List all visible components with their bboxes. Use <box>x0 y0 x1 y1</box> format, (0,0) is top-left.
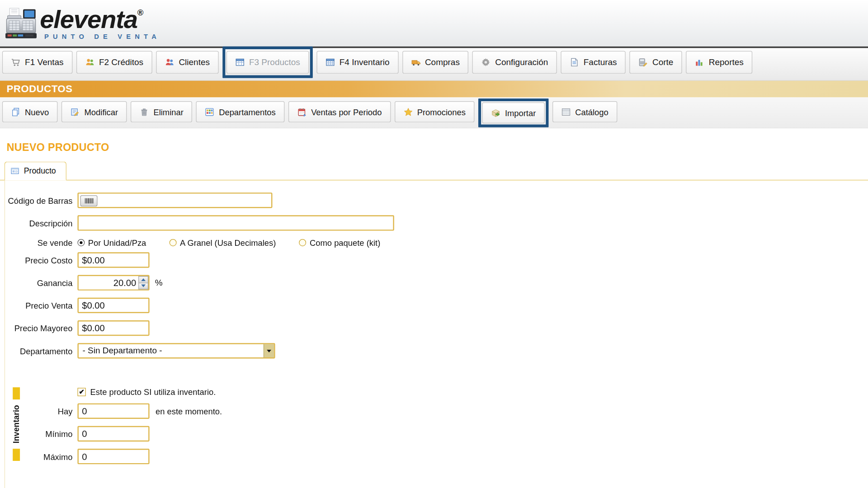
cart-icon <box>11 57 20 67</box>
maximo-row: Máximo <box>7 449 868 464</box>
nav-clientes[interactable]: Clientes <box>156 51 218 74</box>
precio-venta-input[interactable] <box>77 298 149 313</box>
nav-facturas[interactable]: Facturas <box>561 51 626 74</box>
nav-compras[interactable]: Compras <box>402 51 469 74</box>
action-departamentos-button[interactable]: Departamentos <box>196 101 284 122</box>
nav-label: Configuración <box>495 57 548 67</box>
radio-como-paquete[interactable]: Como paquete (kit) <box>299 238 380 248</box>
nav-label: F2 Créditos <box>99 57 143 67</box>
inventario-rail: Inventario <box>12 387 21 461</box>
minimo-row: Mínimo <box>7 426 868 441</box>
content-area: NUEVO PRODUCTO Producto Código de Barras <box>0 128 868 488</box>
inventory-sheet-icon <box>326 57 335 67</box>
codigo-de-barras-input[interactable] <box>77 192 272 208</box>
inventario-checkbox[interactable] <box>77 388 85 396</box>
ganancia-row: Ganancia % <box>7 275 868 291</box>
inventario-rail-square-bottom <box>13 449 20 461</box>
nav-f2-creditos[interactable]: F2 Créditos <box>76 51 152 74</box>
bar-chart-icon <box>695 57 704 67</box>
main-toolbar: F1 Ventas F2 Créditos Clientes <box>0 48 868 81</box>
precio-mayoreo-input[interactable] <box>77 320 149 336</box>
importar-highlight-box: Importar <box>478 99 548 127</box>
descripcion-input[interactable] <box>77 215 394 230</box>
products-table-icon <box>235 57 245 67</box>
precio-costo-input[interactable] <box>77 252 149 267</box>
arrow-up-icon <box>141 278 146 281</box>
inventario-checkbox-label: Este producto SI utiliza inventario. <box>90 387 216 397</box>
cash-register-logo-icon <box>5 7 38 39</box>
radio-icon <box>77 239 85 246</box>
brand-registered-mark: ® <box>137 8 144 17</box>
gear-icon <box>481 57 491 67</box>
ganancia-spinner <box>138 276 148 289</box>
ganancia-spinbox <box>77 275 149 291</box>
action-label: Promociones <box>417 107 466 117</box>
precio-venta-row: Precio Venta <box>7 298 868 313</box>
nav-f1-ventas[interactable]: F1 Ventas <box>2 51 72 74</box>
inventario-rail-square-top <box>13 387 20 399</box>
action-promociones-button[interactable]: Promociones <box>395 101 475 122</box>
inventario-section-label: Inventario <box>12 405 21 443</box>
nav-f3-productos[interactable]: F3 Productos <box>226 51 309 74</box>
action-label: Catálogo <box>575 107 609 117</box>
action-catalogo-button[interactable]: Catálogo <box>552 101 617 122</box>
maximo-input[interactable] <box>77 449 149 464</box>
ganancia-input[interactable] <box>79 276 138 289</box>
hay-row: Hay en este momento. <box>7 404 868 419</box>
people-clients-icon <box>165 57 175 67</box>
spin-down-button[interactable] <box>138 283 148 289</box>
action-ventas-por-periodo-button[interactable]: Ventas por Periodo <box>288 101 391 122</box>
radio-icon <box>170 239 177 246</box>
nav-label: Corte <box>652 57 673 67</box>
action-label: Eliminar <box>153 107 183 117</box>
action-modificar-button[interactable]: Modificar <box>61 101 127 122</box>
codigo-de-barras-label: Código de Barras <box>7 196 72 205</box>
action-importar-button[interactable]: Importar <box>482 103 545 124</box>
nav-label: F1 Ventas <box>25 57 63 67</box>
radio-label: A Granel (Usa Decimales) <box>180 238 276 248</box>
departamento-select[interactable]: - Sin Departamento - <box>77 343 275 358</box>
nav-configuracion[interactable]: Configuración <box>472 51 557 74</box>
hay-suffix: en este momento. <box>156 406 222 416</box>
product-form-panel: Código de Barras Descripción Se vende <box>5 180 868 488</box>
ganancia-percent-suffix: % <box>155 278 163 288</box>
nav-label: Clientes <box>179 57 210 67</box>
minimo-input[interactable] <box>77 426 149 441</box>
brand-block: eleventa ® PUNTO DE VENTA <box>40 6 160 40</box>
f3-productos-highlight-box: F3 Productos <box>222 47 313 78</box>
action-nuevo-button[interactable]: Nuevo <box>2 101 58 122</box>
brand-tagline: PUNTO DE VENTA <box>40 33 160 40</box>
nav-corte[interactable]: Corte <box>630 51 682 74</box>
radio-icon <box>299 239 307 246</box>
precio-venta-label: Precio Venta <box>7 301 72 310</box>
action-label: Nuevo <box>25 107 49 117</box>
hay-input[interactable] <box>77 404 149 419</box>
arrow-down-icon <box>141 285 146 287</box>
precio-costo-row: Precio Costo <box>7 252 868 267</box>
module-banner: PRODUCTOS <box>0 81 868 98</box>
tab-bar: Producto <box>0 160 868 180</box>
radio-a-granel[interactable]: A Granel (Usa Decimales) <box>170 238 276 248</box>
form-icon <box>10 167 19 176</box>
barcode-icon[interactable] <box>80 195 98 206</box>
descripcion-row: Descripción <box>7 215 868 230</box>
module-banner-title: PRODUCTOS <box>7 84 73 94</box>
descripcion-label: Descripción <box>7 218 72 228</box>
spin-up-button[interactable] <box>138 276 148 283</box>
nav-label: Compras <box>425 57 460 67</box>
action-label: Ventas por Periodo <box>311 107 382 117</box>
codigo-de-barras-row: Código de Barras <box>7 192 868 208</box>
departamento-label: Departamento <box>7 346 72 356</box>
trash-icon <box>140 107 149 117</box>
nav-reportes[interactable]: Reportes <box>686 51 753 74</box>
catalog-grid-icon <box>561 107 571 117</box>
radio-por-unidad[interactable]: Por Unidad/Pza <box>77 238 146 248</box>
tab-producto[interactable]: Producto <box>5 162 66 181</box>
new-doc-icon <box>11 107 20 117</box>
action-eliminar-button[interactable]: Eliminar <box>131 101 192 122</box>
invoice-icon <box>570 57 579 67</box>
dropdown-button[interactable] <box>264 344 274 357</box>
brand-name: eleventa <box>40 6 137 32</box>
nav-f4-inventario[interactable]: F4 Inventario <box>317 51 399 74</box>
radio-label: Por Unidad/Pza <box>88 238 146 248</box>
